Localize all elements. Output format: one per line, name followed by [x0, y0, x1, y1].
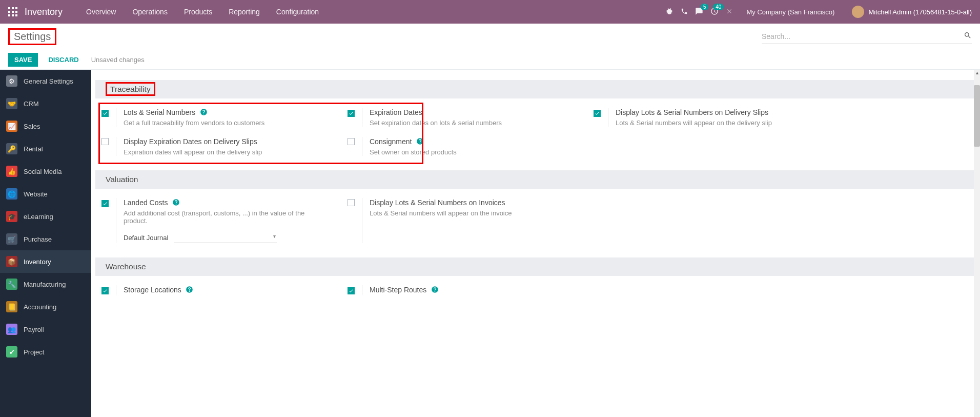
setting-desc: Set expiration dates on lots & serial nu… — [370, 119, 502, 127]
setting-title: Consignment — [370, 137, 412, 146]
sidebar-item-payroll[interactable]: 👥Payroll — [0, 318, 91, 341]
messages-badge: 5 — [701, 4, 709, 10]
app-brand[interactable]: Inventory — [25, 7, 63, 17]
user-menu[interactable]: Mitchell Admin (17056481-15-0-all) — [852, 6, 972, 18]
checkbox-landed-costs[interactable] — [101, 200, 109, 207]
setting-desc: Lots & Serial numbers will appear on the… — [616, 119, 772, 127]
menu-reporting[interactable]: Reporting — [220, 8, 268, 16]
checkbox-expiration-dates[interactable] — [348, 110, 355, 117]
setting-title: Multi-Step Routes — [370, 286, 426, 294]
help-icon[interactable] — [200, 108, 208, 116]
systray: 5 40 My Company (San Francisco) Mitchell… — [665, 6, 972, 18]
setting-title: Landed Costs — [124, 198, 168, 207]
sidebar-item-accounting[interactable]: 📒Accounting — [0, 295, 91, 318]
sidebar-item-label: Social Media — [24, 168, 62, 175]
sidebar-item-manufacturing[interactable]: 🔧Manufacturing — [0, 273, 91, 295]
search-box[interactable] — [762, 29, 972, 44]
close-icon[interactable] — [726, 8, 733, 16]
sidebar-item-website[interactable]: 🌐Website — [0, 183, 91, 205]
scroll-up-icon[interactable]: ▴ — [974, 70, 980, 76]
boxes-icon: 📦 — [6, 256, 17, 267]
setting-title: Display Lots & Serial Numbers on Deliver… — [616, 108, 768, 116]
apps-icon[interactable] — [8, 7, 17, 16]
menu-products[interactable]: Products — [176, 8, 220, 16]
checkbox-display-lots-delivery[interactable] — [594, 110, 601, 117]
globe-icon: 🌐 — [6, 188, 17, 200]
settings-sidebar: ⚙General Settings 🤝CRM 📈Sales 🔑Rental 👍S… — [0, 70, 91, 417]
checkbox-display-expiration-delivery[interactable] — [101, 138, 109, 145]
control-panel: Settings — [0, 24, 980, 50]
sidebar-item-crm[interactable]: 🤝CRM — [0, 92, 91, 115]
checkbox-display-lots-invoices[interactable] — [348, 199, 355, 206]
scrollbar-track[interactable]: ▴ — [974, 70, 980, 417]
action-bar: SAVE DISCARD Unsaved changes — [0, 50, 980, 70]
svg-rect-8 — [15, 14, 17, 16]
sidebar-item-label: Manufacturing — [24, 281, 66, 288]
menu-configuration[interactable]: Configuration — [268, 8, 327, 16]
menu-overview[interactable]: Overview — [78, 8, 124, 16]
main-area: ⚙General Settings 🤝CRM 📈Sales 🔑Rental 👍S… — [0, 70, 980, 417]
svg-rect-3 — [8, 11, 10, 13]
chevron-down-icon: ▾ — [273, 233, 276, 239]
setting-desc: Get a full traceability from vendors to … — [124, 119, 264, 127]
graduation-icon: 🎓 — [6, 211, 17, 222]
messages-icon[interactable]: 5 — [695, 7, 703, 17]
sidebar-item-label: Payroll — [24, 326, 44, 333]
help-icon[interactable] — [431, 286, 439, 293]
setting-title: Lots & Serial Numbers — [124, 108, 195, 116]
sidebar-item-inventory[interactable]: 📦Inventory — [0, 250, 91, 273]
search-icon[interactable] — [964, 31, 972, 42]
help-icon[interactable] — [416, 137, 424, 145]
section-header-valuation: Valuation — [95, 170, 976, 189]
save-button[interactable]: SAVE — [8, 53, 38, 67]
setting-expiration-dates: Expiration Dates Set expiration dates on… — [348, 108, 594, 137]
discard-button[interactable]: DISCARD — [43, 53, 84, 67]
default-journal-select[interactable]: ▾ — [174, 232, 277, 243]
top-nav: Inventory Overview Operations Products R… — [0, 0, 980, 24]
sidebar-item-elearning[interactable]: 🎓eLearning — [0, 205, 91, 228]
thumbs-up-icon: 👍 — [6, 166, 17, 177]
setting-desc: Lots & Serial numbers will appear on the… — [370, 209, 512, 217]
sidebar-item-general-settings[interactable]: ⚙General Settings — [0, 70, 91, 92]
sidebar-item-social-media[interactable]: 👍Social Media — [0, 160, 91, 183]
setting-multi-step-routes: Multi-Step Routes — [348, 285, 594, 306]
help-icon[interactable] — [172, 198, 180, 206]
avatar — [852, 6, 864, 18]
sidebar-item-purchase[interactable]: 🛒Purchase — [0, 228, 91, 250]
setting-display-expiration-delivery: Display Expiration Dates on Delivery Sli… — [101, 137, 348, 166]
debug-icon[interactable] — [665, 7, 673, 17]
svg-rect-6 — [8, 14, 10, 16]
company-selector[interactable]: My Company (San Francisco) — [746, 8, 834, 16]
settings-content: Traceability Lots & Serial Numbers Get a… — [91, 70, 980, 417]
sidebar-item-project[interactable]: ✔Project — [0, 341, 91, 363]
sidebar-item-label: Purchase — [24, 235, 52, 243]
chart-icon: 📈 — [6, 121, 17, 132]
setting-storage-locations: Storage Locations — [101, 285, 348, 306]
checkbox-lots-serial[interactable] — [101, 110, 109, 117]
checkbox-storage-locations[interactable] — [101, 287, 109, 294]
checkbox-consignment[interactable] — [348, 138, 355, 145]
sidebar-item-sales[interactable]: 📈Sales — [0, 115, 91, 137]
search-input[interactable] — [762, 32, 964, 41]
activities-badge: 40 — [713, 4, 724, 10]
svg-rect-0 — [8, 7, 10, 9]
phone-icon[interactable] — [681, 8, 688, 16]
sidebar-item-rental[interactable]: 🔑Rental — [0, 137, 91, 160]
setting-title: Display Expiration Dates on Delivery Sli… — [124, 137, 257, 146]
handshake-icon: 🤝 — [6, 98, 17, 109]
help-icon[interactable] — [186, 286, 193, 293]
section-traceability: Traceability Lots & Serial Numbers Get a… — [95, 80, 976, 166]
scrollbar-thumb[interactable] — [974, 85, 980, 147]
sidebar-item-label: Accounting — [24, 303, 56, 311]
svg-rect-1 — [12, 7, 14, 9]
activities-icon[interactable]: 40 — [710, 7, 719, 17]
setting-consignment: Consignment Set owner on stored products — [348, 137, 594, 166]
svg-rect-4 — [12, 11, 14, 13]
setting-desc: Set owner on stored products — [370, 148, 457, 156]
sidebar-item-label: CRM — [24, 100, 39, 108]
people-icon: 👥 — [6, 324, 17, 335]
svg-rect-2 — [15, 7, 17, 9]
cart-icon: 🛒 — [6, 233, 17, 245]
menu-operations[interactable]: Operations — [124, 8, 175, 16]
checkbox-multi-step-routes[interactable] — [348, 287, 355, 294]
